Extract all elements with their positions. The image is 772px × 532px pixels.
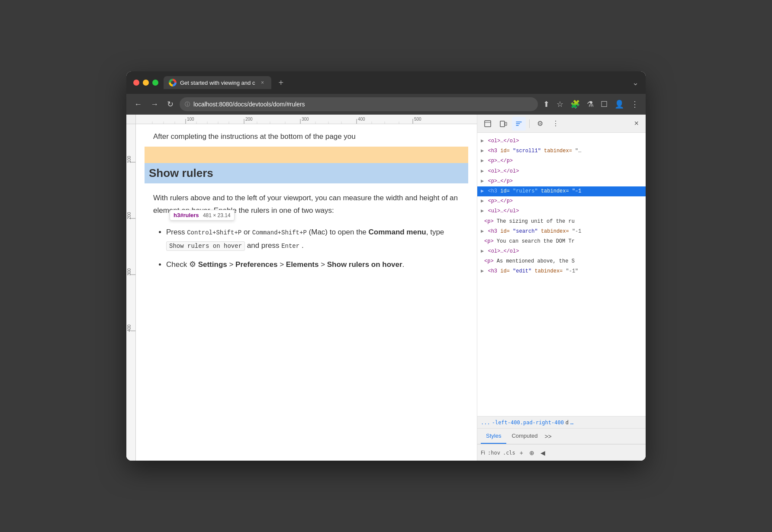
dom-line[interactable]: ▶ <ul>…</ul> — [477, 206, 646, 216]
bullet1-pre: Press — [166, 228, 187, 236]
breadcrumb-bar: ... -left-400.pad-right-400 d … — [477, 416, 646, 428]
breadcrumb-text[interactable]: -left-400.pad-right-400 — [492, 420, 564, 426]
expand-arrow[interactable]: ▶ — [481, 208, 484, 214]
share-button[interactable]: ⬆ — [541, 98, 551, 111]
dom-tag: <p> — [484, 238, 494, 244]
svg-rect-39 — [505, 122, 507, 125]
dom-attr-name-selected: id= — [500, 188, 510, 194]
console-panel-button[interactable] — [512, 117, 526, 131]
dom-attr-name: id= — [500, 148, 510, 154]
lab-button[interactable]: ⚗ — [585, 98, 595, 111]
devtools-close-button[interactable]: × — [630, 117, 642, 130]
dom-line-selected[interactable]: ▶ <h3 id= "rulers" tabindex= "–1 — [477, 186, 646, 196]
more-tabs-button[interactable]: >> — [544, 433, 551, 440]
cls-label[interactable]: .cls — [503, 450, 515, 456]
dom-tag: <p> — [484, 218, 494, 224]
devtools-panel: ⚙ ⋮ × ▶ <ol>…</ol> ▶ <h3 id= "scroll1" — [477, 115, 646, 461]
dom-line[interactable]: ▶ <ol>…</ol> — [477, 247, 646, 256]
command-code: Show rulers on hover — [166, 241, 245, 251]
dom-line-indent[interactable]: <p> As mentioned above, the S — [477, 256, 646, 266]
tab-close-button[interactable]: × — [258, 79, 266, 87]
expand-arrow[interactable]: ▶ — [481, 268, 484, 274]
expand-arrow[interactable]: ▶ — [481, 228, 484, 234]
svg-text:200: 200 — [245, 117, 253, 122]
new-style-rule-button[interactable]: ⊕ — [528, 449, 536, 457]
intro-text: After completing the instructions at the… — [153, 132, 356, 141]
reload-button[interactable]: ↻ — [164, 98, 176, 111]
dom-line[interactable]: ▶ <ol>…</ol> — [477, 167, 646, 176]
svg-rect-36 — [485, 121, 491, 127]
devtools-footer-bar: Fi :hov .cls + ⊕ ◀ — [477, 444, 646, 461]
expand-arrow[interactable]: ▶ — [481, 248, 484, 254]
navigation-bar: ← → ↻ ⓘ localhost:8080/docs/devtools/dom… — [126, 94, 646, 115]
svg-text:300: 300 — [127, 268, 132, 276]
inspect-element-button[interactable] — [481, 117, 495, 131]
add-class-button[interactable]: + — [518, 449, 525, 457]
dom-truncated2: "–1 — [572, 188, 582, 194]
expand-arrow[interactable]: ▶ — [481, 178, 484, 184]
dom-line[interactable]: ▶ <h3 id= "edit" tabindex= "-1" — [477, 266, 646, 276]
blue-highlight: Show rulers — [145, 163, 468, 183]
new-tab-button[interactable]: + — [275, 76, 287, 90]
responsive-button[interactable]: ☐ — [599, 98, 609, 111]
extensions-button[interactable]: 🧩 — [569, 98, 582, 111]
devtools-tabs: Styles Computed >> — [477, 429, 646, 444]
element-tooltip: h3#rulers 481 × 23.14 — [170, 210, 235, 221]
nav-actions: ⬆ ☆ 🧩 ⚗ ☐ 👤 ⋮ — [541, 98, 640, 111]
svg-text:200: 200 — [127, 212, 132, 219]
dom-attr-name: tabindex= — [544, 148, 572, 154]
lock-icon: ⓘ — [185, 101, 190, 108]
active-tab[interactable]: Get started with viewing and c × — [164, 76, 271, 89]
title-bar: Get started with viewing and c × + ⌄ — [126, 71, 646, 94]
dom-attr-val-selected: "rulers" — [513, 188, 538, 194]
more-tools-button[interactable]: ⋮ — [549, 117, 563, 131]
page-area: 100 200 300 400 500 — [126, 115, 477, 461]
dom-line[interactable]: ▶ <h3 id= "scroll1" tabindex= "… — [477, 146, 646, 156]
toolbar-separator — [529, 119, 530, 128]
dom-line-indent[interactable]: <p> The sizing unit of the ru — [477, 217, 646, 227]
expand-arrow[interactable]: ▶ — [481, 188, 484, 194]
bullet1-period: . — [302, 241, 304, 250]
bullet-item-2: Check ⚙ Settings > Preferences > Element… — [166, 257, 460, 272]
svg-text:100: 100 — [187, 117, 194, 122]
settings-button[interactable]: ⚙ — [533, 117, 547, 131]
dom-tree[interactable]: ▶ <ol>…</ol> ▶ <h3 id= "scroll1" tabinde… — [477, 133, 646, 416]
browser-menu-button[interactable]: ⋮ — [629, 98, 640, 111]
maximize-button[interactable] — [152, 80, 158, 86]
expand-arrow[interactable]: ▶ — [481, 168, 484, 174]
dom-line[interactable]: ▶ <h3 id= "search" tabindex= "-1 — [477, 227, 646, 237]
forward-button[interactable]: → — [148, 98, 161, 111]
dom-line-indent[interactable]: <p> You can search the DOM Tr — [477, 237, 646, 247]
expand-arrow[interactable]: ▶ — [481, 138, 484, 144]
dom-line[interactable]: ▶ <p>…</p> — [477, 196, 646, 206]
dom-line[interactable]: ▶ <p>…</p> — [477, 156, 646, 166]
page-content: After completing the instructions at the… — [136, 124, 477, 461]
bullet2-text: Settings > Preferences > Elements > Show… — [198, 260, 405, 269]
dom-truncated: "-1" — [566, 268, 579, 274]
toggle-sidebar-button[interactable]: ◀ — [539, 449, 547, 457]
dom-tag: <p>…</p> — [488, 198, 513, 204]
dom-line[interactable]: ▶ <ol>…</ol> — [477, 136, 646, 146]
account-button[interactable]: 👤 — [613, 98, 626, 111]
address-bar[interactable]: ⓘ localhost:8080/docs/devtools/dom/#rule… — [180, 97, 538, 111]
device-toolbar-button[interactable] — [496, 117, 510, 131]
expand-arrow[interactable]: ▶ — [481, 158, 484, 164]
ruler-top: 100 200 300 400 500 — [136, 115, 477, 124]
back-button[interactable]: ← — [132, 98, 145, 111]
close-button[interactable] — [133, 80, 139, 86]
expand-arrow[interactable]: ▶ — [481, 198, 484, 204]
expand-arrow[interactable]: ▶ — [481, 148, 484, 154]
devtools-styles-panel: Styles Computed >> Fi :hov .cls + ⊕ ◀ — [477, 428, 646, 461]
dom-attr-val: "scroll1" — [513, 148, 541, 154]
computed-tab[interactable]: Computed — [506, 429, 543, 444]
instructions-list: Press Control+Shift+P or Command+Shift+P… — [149, 221, 464, 281]
breadcrumb-more: … — [570, 420, 573, 426]
dom-line[interactable]: ▶ <p>…</p> — [477, 176, 646, 186]
hov-label[interactable]: :hov — [488, 450, 500, 456]
svg-text:400: 400 — [358, 117, 365, 122]
minimize-button[interactable] — [143, 80, 149, 86]
bookmark-button[interactable]: ☆ — [555, 98, 565, 111]
styles-tab[interactable]: Styles — [481, 429, 506, 444]
settings-icon: ⚙ — [537, 119, 543, 128]
bullet1-or: or — [244, 228, 252, 236]
